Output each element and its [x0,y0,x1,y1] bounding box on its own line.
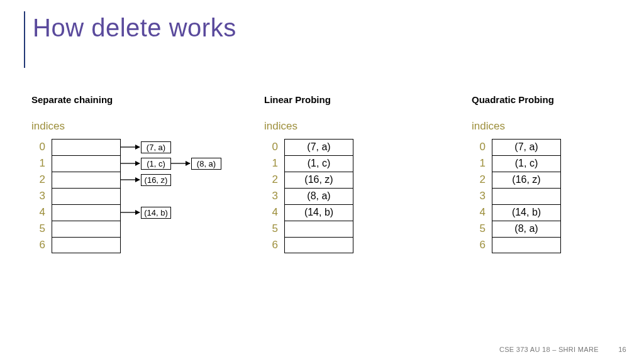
separate-chaining-column: Separate chaining indices 0 1 2 3 4 5 6 [0,94,252,253]
content-row: Separate chaining indices 0 1 2 3 4 5 6 [0,94,644,253]
bucket-cell [52,188,121,204]
slot-cell: (7, a) [492,139,561,155]
slot-column: (7, a) (1, c) (16, z) (14, b) (8, a) [492,139,561,253]
bucket-cell [52,172,121,188]
index-cell: 0 [264,139,278,155]
slot-cell: (14, b) [284,204,353,221]
index-cell: 4 [31,204,45,221]
slot-cell [284,221,353,237]
quadratic-probing-heading: Quadratic Probing [472,94,641,105]
slide-footer: CSE 373 AU 18 – SHRI MARE 16 [499,346,626,353]
index-cell: 2 [472,172,486,188]
chain-node: (1, c) [141,158,171,170]
index-cell: 2 [31,172,45,188]
index-cell: 5 [264,221,278,237]
title-accent-bar [24,11,25,68]
chain-node: (7, a) [141,141,171,153]
index-cell: 1 [31,155,45,172]
slot-cell: (1, c) [492,155,561,172]
slot-cell [492,188,561,204]
index-cell: 1 [264,155,278,172]
slot-cell: (1, c) [284,155,353,172]
index-cell: 6 [264,237,278,253]
index-column: 0 1 2 3 4 5 6 [31,139,45,253]
slot-cell [284,237,353,253]
index-cell: 4 [472,204,486,221]
separate-chaining-heading: Separate chaining [31,94,252,105]
quadratic-probing-table: 0 1 2 3 4 5 6 (7, a) (1, c) (16, z) (14,… [472,139,641,253]
linear-probing-column: Linear Probing indices 0 1 2 3 4 5 6 (7,… [252,94,459,253]
linear-probing-table: 0 1 2 3 4 5 6 (7, a) (1, c) (16, z) (8, … [264,139,459,253]
linear-probing-heading: Linear Probing [264,94,459,105]
index-column: 0 1 2 3 4 5 6 [264,139,278,253]
bucket-cell [52,139,121,155]
slot-cell: (16, z) [492,172,561,188]
slot-cell: (8, a) [284,188,353,204]
index-cell: 2 [264,172,278,188]
bucket-column [52,139,121,253]
bucket-cell [52,237,121,253]
index-cell: 3 [472,188,486,204]
index-cell: 0 [472,139,486,155]
slot-cell: (16, z) [284,172,353,188]
chain-node: (14, b) [141,207,171,219]
slot-cell: (8, a) [492,221,561,237]
bucket-cell [52,221,121,237]
chain-node: (8, a) [191,158,221,170]
bucket-cell [52,155,121,172]
bucket-cell [52,204,121,221]
index-cell: 5 [472,221,486,237]
footer-course: CSE 373 AU 18 – SHRI MARE [499,346,599,353]
index-cell: 0 [31,139,45,155]
slot-cell: (14, b) [492,204,561,221]
quadratic-probing-column: Quadratic Probing indices 0 1 2 3 4 5 6 … [459,94,641,253]
indices-label: indices [472,120,641,133]
index-cell: 1 [472,155,486,172]
separate-chaining-table: 0 1 2 3 4 5 6 [31,139,252,253]
index-cell: 3 [264,188,278,204]
slide-title: How delete works [33,14,236,42]
index-cell: 4 [264,204,278,221]
footer-page-number: 16 [618,346,626,353]
index-cell: 6 [472,237,486,253]
index-cell: 3 [31,188,45,204]
chain-node: (16, z) [141,174,171,186]
slot-cell: (7, a) [284,139,353,155]
index-cell: 6 [31,237,45,253]
slot-cell [492,237,561,253]
indices-label: indices [264,120,459,133]
indices-label: indices [31,120,252,133]
index-column: 0 1 2 3 4 5 6 [472,139,486,253]
slot-column: (7, a) (1, c) (16, z) (8, a) (14, b) [284,139,353,253]
index-cell: 5 [31,221,45,237]
